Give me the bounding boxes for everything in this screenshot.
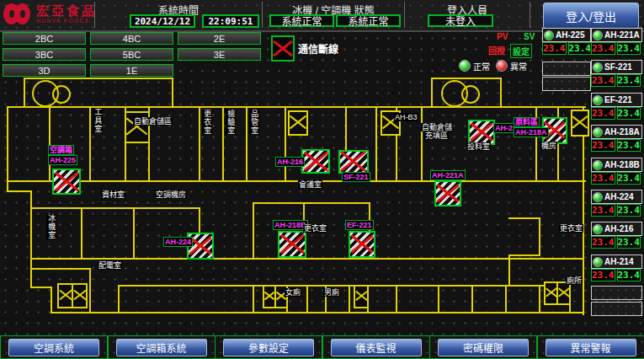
login-logout-button[interactable]: 登入/登出 [543, 3, 639, 29]
wall-segment [438, 285, 439, 312]
stairs-icon [288, 110, 308, 136]
bottom-menu-cell: 空調系統 [0, 335, 108, 359]
floor-button-2BC[interactable]: 2BC [3, 32, 86, 45]
floor-button-3BC[interactable]: 3BC [3, 48, 86, 61]
empty-unit-slot [591, 286, 642, 300]
unit-pv-value: 23.4 [591, 42, 615, 55]
unit-AH-225[interactable]: AH-225 [542, 28, 591, 42]
empty-unit-slot [591, 302, 642, 316]
unit-SF-221[interactable]: SF-221 [591, 60, 642, 74]
logo-icon [3, 2, 32, 26]
wall-segment [24, 78, 25, 108]
room-label: 機房 [540, 142, 557, 150]
unit-values: 23.423.4 [591, 204, 641, 217]
wall-segment [7, 180, 586, 182]
bottom-button-1[interactable]: 空調系統 [8, 339, 99, 356]
stairs-icon [354, 285, 369, 308]
wall-segment [246, 106, 247, 182]
abnormal-led-icon [496, 60, 508, 72]
bottom-button-4[interactable]: 儀表監視 [331, 339, 422, 356]
unit-sv-value: 23.4 [617, 172, 641, 185]
unit-sv-value: 23.4 [617, 42, 641, 55]
ahu-device-icon-AH-221A[interactable] [434, 180, 461, 206]
floor-button-1E[interactable]: 1E [90, 64, 173, 77]
unit-label: SF-221 [604, 62, 632, 72]
ahu-device-icon-SF-221[interactable] [338, 150, 369, 174]
unit-values: 23.423.4 [591, 42, 641, 55]
unit-values: 23.423.4 [542, 42, 589, 55]
equipment-label: AH-225 [48, 155, 77, 165]
unit-status-led-icon [593, 257, 603, 267]
wall-segment [539, 285, 540, 312]
comm-loss-label: 通信斷線 [296, 41, 340, 56]
wall-segment [508, 217, 540, 219]
login-status-value: 未登入 [428, 14, 493, 27]
logo-title: 宏亞食品 [36, 4, 97, 17]
unit-status-led-icon [544, 30, 554, 40]
unit-label: AH-218A [604, 127, 640, 137]
unit-label: AH-214 [604, 257, 633, 266]
wall-segment [222, 106, 224, 182]
unit-values: 23.423.4 [591, 236, 641, 249]
bottom-button-6[interactable]: 異常警報 [546, 339, 636, 356]
wall-segment [30, 268, 91, 270]
wall-segment [49, 106, 51, 182]
wall-segment [253, 202, 370, 204]
bottom-menu-cell: 儀表監視 [322, 335, 430, 359]
room-label: 檢驗室 [226, 110, 236, 135]
equipment-label: AH-221A [430, 170, 466, 180]
sv-legend-label: SV [522, 32, 536, 41]
wall-segment [118, 285, 569, 287]
room-label: 更衣室 [303, 224, 327, 233]
logo-swirl [9, 10, 14, 18]
unit-AH-218B[interactable]: AH-218B [591, 158, 642, 172]
normal-led-icon [459, 60, 471, 72]
floor-button-2E[interactable]: 2E [178, 32, 261, 45]
wall-segment [30, 287, 52, 288]
unit-pv-value: 23.4 [591, 74, 615, 87]
wall-segment [253, 285, 254, 312]
unit-AH-218A[interactable]: AH-218A [591, 125, 642, 139]
wall-segment [583, 106, 584, 315]
floor-button-3D[interactable]: 3D [3, 64, 86, 77]
ahu-device-icon-AH-225[interactable] [52, 169, 81, 195]
unit-status-led-icon [593, 127, 603, 137]
unit-AH-221A[interactable]: AH-221A [591, 28, 642, 42]
bottom-button-5[interactable]: 密碼權限 [438, 339, 529, 356]
stairs-x-cell [355, 287, 367, 307]
equipment-label: AH-216 [275, 157, 305, 167]
wall-segment [421, 106, 423, 182]
wall-segment [505, 285, 507, 312]
stairs-icon [571, 110, 589, 137]
room-label: 空調機房 [155, 190, 187, 199]
wall-segment [30, 207, 135, 209]
unit-status-led-icon [593, 95, 603, 105]
bottom-menu-cell: 空調箱系統 [108, 335, 216, 359]
floor-button-5BC[interactable]: 5BC [90, 48, 173, 61]
stairs-x-cell [264, 287, 274, 307]
unit-AH-224[interactable]: AH-224 [591, 190, 642, 204]
unit-AH-214[interactable]: AH-214 [591, 255, 642, 269]
ahu-device-icon-AH-218B[interactable] [278, 231, 306, 258]
ahu-device-icon-EF-221[interactable] [349, 231, 375, 258]
unit-label: AH-221A [604, 30, 640, 40]
floor-button-4BC[interactable]: 4BC [90, 32, 173, 45]
bottom-button-2[interactable]: 空調箱系統 [116, 339, 207, 356]
unit-sv-value: 23.4 [617, 236, 641, 249]
unit-pv-value: 23.4 [591, 269, 615, 281]
room-label: 男廁 [323, 288, 340, 297]
system-clock-value: 22:09:51 [202, 14, 259, 28]
floor-button-3E[interactable]: 3E [178, 48, 261, 61]
ahu-device-icon-AH-214[interactable] [468, 120, 495, 145]
abnormal-legend-label: 異常 [508, 60, 529, 72]
bottom-button-3[interactable]: 參數設定 [223, 339, 314, 356]
unit-pv-value: 23.4 [591, 107, 615, 120]
stairs-x-cell [59, 285, 72, 307]
wall-segment [89, 106, 91, 182]
unit-AH-216[interactable]: AH-216 [591, 222, 642, 236]
company-logo: 宏亞食品 HUNYA FOODS [3, 2, 97, 26]
ahu-device-icon-AH-216[interactable] [301, 149, 330, 174]
pv-legend-label: PV [495, 32, 509, 41]
equipment-label: 空調箱 [48, 145, 74, 155]
unit-EF-221[interactable]: EF-221 [591, 93, 642, 107]
